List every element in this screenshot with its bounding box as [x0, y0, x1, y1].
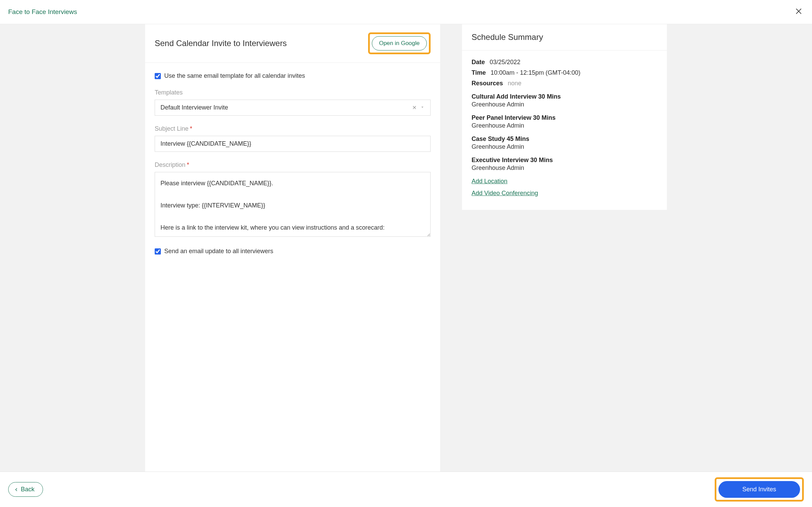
summary-resources-label: Resources	[472, 80, 503, 87]
summary-resources-row: Resources none	[472, 80, 657, 87]
page-header: Face to Face Interviews	[0, 0, 812, 24]
summary-body: Date 03/25/2022 Time 10:00am - 12:15pm (…	[462, 50, 667, 210]
back-button-label: Back	[21, 486, 34, 486]
subject-label: Subject Line*	[155, 125, 431, 132]
summary-item-title: Peer Panel Interview 30 Mins	[472, 114, 657, 121]
summary-item-sub: Greenhouse Admin	[472, 143, 657, 150]
description-label-text: Description	[155, 161, 185, 168]
select-controls: ✕	[412, 104, 425, 111]
summary-item-title: Executive Interview 30 Mins	[472, 157, 657, 164]
schedule-summary-panel: Schedule Summary Date 03/25/2022 Time 10…	[462, 24, 667, 210]
summary-title: Schedule Summary	[472, 32, 657, 42]
summary-item-sub: Greenhouse Admin	[472, 122, 657, 129]
close-button[interactable]	[794, 6, 804, 18]
same-template-row: Use the same email template for all cale…	[155, 72, 431, 79]
summary-items: Cultural Add Interview 30 Mins Greenhous…	[472, 93, 657, 172]
required-asterisk: *	[190, 125, 192, 132]
summary-resources-value: none	[508, 80, 521, 87]
template-select[interactable]: Default Interviewer Invite ✕	[155, 100, 431, 116]
same-template-checkbox[interactable]	[155, 73, 161, 79]
description-textarea[interactable]	[155, 172, 431, 237]
chevron-down-icon	[420, 104, 425, 111]
back-button[interactable]: Back	[8, 482, 43, 486]
invite-panel-title: Send Calendar Invite to Interviewers	[155, 39, 287, 48]
summary-item: Peer Panel Interview 30 Mins Greenhouse …	[472, 114, 657, 129]
description-label: Description*	[155, 161, 431, 169]
templates-label: Templates	[155, 89, 431, 96]
same-template-label: Use the same email template for all cale…	[164, 72, 305, 79]
invite-panel-header: Send Calendar Invite to Interviewers Ope…	[145, 24, 440, 63]
subject-input[interactable]	[155, 136, 431, 152]
summary-time-row: Time 10:00am - 12:15pm (GMT-04:00)	[472, 69, 657, 76]
main-container: Send Calendar Invite to Interviewers Ope…	[0, 24, 812, 486]
footer-bar: Back Send Invites	[0, 472, 812, 486]
summary-item-title: Case Study 45 Mins	[472, 135, 657, 143]
add-location-link[interactable]: Add Location	[472, 178, 657, 185]
close-icon	[795, 8, 802, 15]
summary-header: Schedule Summary	[462, 24, 667, 50]
open-in-google-button[interactable]: Open in Google	[372, 36, 427, 50]
open-google-highlight: Open in Google	[368, 32, 431, 54]
summary-item: Cultural Add Interview 30 Mins Greenhous…	[472, 93, 657, 108]
content-wrapper: Send Calendar Invite to Interviewers Ope…	[71, 24, 741, 486]
summary-item: Executive Interview 30 Mins Greenhouse A…	[472, 157, 657, 172]
page-title: Face to Face Interviews	[8, 8, 77, 16]
required-asterisk: *	[187, 161, 189, 168]
summary-item-sub: Greenhouse Admin	[472, 101, 657, 108]
summary-date-value: 03/25/2022	[490, 59, 520, 66]
invite-panel-body: Use the same email template for all cale…	[145, 63, 440, 264]
summary-item-sub: Greenhouse Admin	[472, 164, 657, 172]
invite-panel: Send Calendar Invite to Interviewers Ope…	[145, 24, 440, 486]
summary-time-value: 10:00am - 12:15pm (GMT-04:00)	[491, 69, 580, 76]
summary-date-label: Date	[472, 59, 485, 66]
clear-icon[interactable]: ✕	[412, 104, 417, 111]
summary-item-title: Cultural Add Interview 30 Mins	[472, 93, 657, 100]
send-email-update-row: Send an email update to all interviewers	[155, 248, 431, 255]
send-email-update-label: Send an email update to all interviewers	[164, 248, 273, 255]
send-invites-highlight: Send Invites	[715, 477, 804, 486]
template-selected-value: Default Interviewer Invite	[160, 104, 228, 111]
send-invites-button[interactable]: Send Invites	[718, 481, 800, 486]
summary-time-label: Time	[472, 69, 486, 76]
summary-date-row: Date 03/25/2022	[472, 59, 657, 66]
subject-label-text: Subject Line	[155, 125, 188, 132]
send-email-update-checkbox[interactable]	[155, 248, 161, 255]
summary-item: Case Study 45 Mins Greenhouse Admin	[472, 135, 657, 150]
add-video-conferencing-link[interactable]: Add Video Conferencing	[472, 190, 657, 197]
